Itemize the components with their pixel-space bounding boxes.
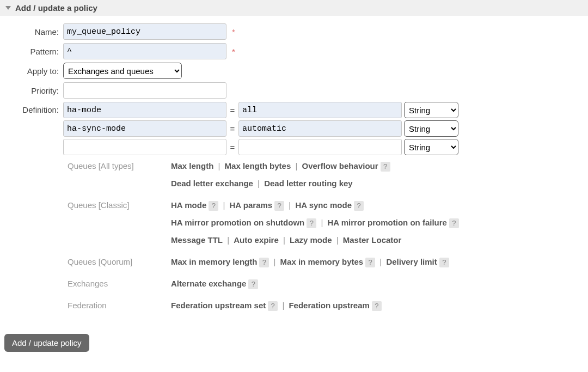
help-icon[interactable]: ? — [372, 301, 382, 311]
hint-category: Federation — [68, 299, 171, 312]
section-header[interactable]: Add / update a policy — [0, 0, 588, 16]
help-icon[interactable]: ? — [381, 162, 390, 172]
hint-body: Alternate exchange? — [171, 277, 583, 295]
definition-type-select[interactable]: StringNumberBooleanList — [404, 120, 458, 137]
hint-item[interactable]: Max length bytes — [225, 161, 291, 170]
separator: | — [281, 235, 287, 245]
separator: | — [220, 200, 227, 210]
separator: | — [280, 301, 286, 310]
name-label: Name: — [5, 27, 63, 36]
hint-group: Queues [All types]Max length | Max lengt… — [68, 160, 583, 194]
help-icon[interactable]: ? — [274, 201, 284, 211]
definition-row: =StringNumberBooleanList — [63, 139, 458, 155]
hint-group: Queues [Classic]HA mode? | HA params? | … — [68, 199, 583, 251]
required-star: * — [232, 27, 235, 36]
hint-group: FederationFederation upstream set? | Fed… — [68, 299, 583, 316]
hint-body: Max in memory length? | Max in memory by… — [171, 255, 583, 273]
hint-item[interactable]: Alternate exchange — [171, 279, 246, 288]
hint-body: HA mode? | HA params? | HA sync mode?HA … — [171, 199, 583, 251]
name-input[interactable] — [63, 23, 226, 40]
priority-label: Priority: — [5, 86, 63, 95]
hint-item[interactable]: HA mode — [171, 200, 206, 210]
definition-key-input[interactable] — [63, 139, 226, 155]
hint-body: Federation upstream set? | Federation up… — [171, 299, 583, 316]
help-icon[interactable]: ? — [365, 258, 375, 267]
equals-sign: = — [226, 106, 238, 115]
separator: | — [334, 235, 341, 245]
hint-item[interactable]: Dead letter exchange — [171, 179, 253, 188]
hint-category: Queues [All types] — [68, 160, 171, 173]
section-title: Add / update a policy — [15, 3, 97, 13]
equals-sign: = — [226, 124, 238, 133]
separator: | — [377, 257, 384, 266]
hint-item[interactable]: Federation upstream — [289, 301, 369, 310]
hint-category: Queues [Classic] — [68, 199, 171, 212]
separator: | — [318, 218, 325, 227]
hint-group: ExchangesAlternate exchange? — [68, 277, 583, 295]
hint-item[interactable]: Dead letter routing key — [264, 179, 353, 188]
hint-category: Exchanges — [68, 277, 171, 290]
hint-item[interactable]: HA mirror promotion on shutdown — [171, 218, 304, 227]
help-icon[interactable]: ? — [307, 218, 316, 228]
hint-item[interactable]: Lazy mode — [290, 235, 332, 245]
hint-item[interactable]: Max length — [171, 161, 213, 170]
definition-type-select[interactable]: StringNumberBooleanList — [404, 102, 458, 118]
hint-item[interactable]: Max in memory length — [171, 257, 257, 266]
definition-key-input[interactable] — [63, 120, 226, 137]
hint-item[interactable]: Master Locator — [343, 235, 402, 245]
definition-row: =StringNumberBooleanList — [63, 120, 458, 137]
separator: | — [286, 200, 293, 210]
separator: | — [293, 161, 299, 170]
help-icon[interactable]: ? — [259, 258, 269, 267]
hint-item[interactable]: Auto expire — [234, 235, 279, 245]
hint-item[interactable]: HA mirror promotion on failure — [328, 218, 447, 227]
hint-item[interactable]: Message TTL — [171, 235, 223, 245]
submit-button[interactable]: Add / update policy — [4, 334, 89, 352]
separator: | — [216, 161, 222, 170]
hint-item[interactable]: Delivery limit — [386, 257, 437, 266]
definition-type-select[interactable]: StringNumberBooleanList — [404, 139, 458, 155]
chevron-down-icon — [5, 6, 11, 10]
priority-input[interactable] — [63, 82, 226, 99]
help-icon[interactable]: ? — [449, 218, 459, 228]
pattern-label: Pattern: — [5, 47, 63, 56]
equals-sign: = — [226, 143, 238, 152]
apply-to-label: Apply to: — [5, 66, 63, 76]
help-icon[interactable]: ? — [268, 301, 278, 311]
policy-form: Name: * Pattern: * Apply to: Exchanges a… — [0, 23, 588, 326]
definition-value-input[interactable] — [238, 102, 402, 118]
definition-label: Definition: — [5, 102, 63, 114]
hint-category: Queues [Quorum] — [68, 255, 171, 269]
help-icon[interactable]: ? — [209, 201, 218, 211]
definition-value-input[interactable] — [238, 139, 402, 155]
help-icon[interactable]: ? — [354, 201, 364, 211]
definition-key-input[interactable] — [63, 102, 226, 118]
separator: | — [225, 235, 231, 245]
hint-group: Queues [Quorum]Max in memory length? | M… — [68, 255, 583, 273]
required-star: * — [232, 47, 235, 56]
hint-body: Max length | Max length bytes | Overflow… — [171, 160, 583, 194]
definition-value-input[interactable] — [238, 120, 402, 137]
hint-item[interactable]: HA sync mode — [295, 200, 352, 210]
definition-row: =StringNumberBooleanList — [63, 102, 458, 118]
hint-item[interactable]: Max in memory bytes — [280, 257, 364, 266]
hint-item[interactable]: Federation upstream set — [171, 301, 266, 310]
definition-hints: Queues [All types]Max length | Max lengt… — [68, 160, 583, 316]
separator: | — [271, 257, 278, 266]
apply-to-select[interactable]: Exchanges and queues — [63, 63, 182, 79]
separator: | — [255, 179, 262, 188]
hint-item[interactable]: Overflow behaviour — [302, 161, 378, 170]
pattern-input[interactable] — [63, 43, 226, 59]
hint-item[interactable]: HA params — [230, 200, 273, 210]
help-icon[interactable]: ? — [248, 279, 258, 289]
help-icon[interactable]: ? — [439, 258, 449, 267]
definition-rows: =StringNumberBooleanList=StringNumberBoo… — [63, 102, 458, 155]
